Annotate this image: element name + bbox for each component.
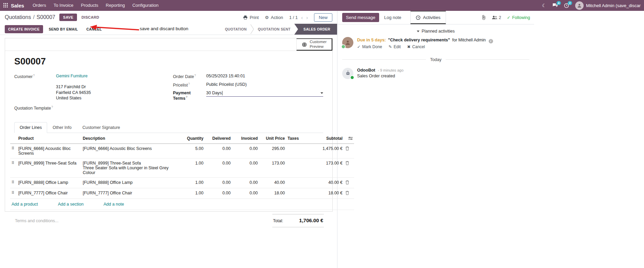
- quantity-cell[interactable]: 1.00: [183, 158, 205, 177]
- delete-line-button[interactable]: [345, 180, 349, 186]
- invoiced-cell[interactable]: 0.00: [232, 188, 259, 198]
- apps-grid-icon[interactable]: [3, 3, 8, 8]
- unit-price-cell[interactable]: 173.00: [259, 158, 286, 177]
- order-line-row[interactable]: ⠿ [FURN_6666] Acoustic Bloc Screens [FUR…: [10, 143, 354, 158]
- pricelist-field[interactable]: Public Pricelist (USD): [206, 82, 247, 87]
- description-cell[interactable]: [FURN_7777] Office Chair: [81, 188, 183, 198]
- product-cell[interactable]: [FURN_8999] Three-Seat Sofa: [17, 158, 81, 177]
- log-note-button[interactable]: Log note: [384, 15, 402, 20]
- menu-orders[interactable]: Orders: [29, 0, 50, 11]
- info-icon[interactable]: i: [489, 39, 493, 43]
- send-message-button[interactable]: Send message: [342, 13, 379, 22]
- send-by-email-button[interactable]: SEND BY EMAIL: [46, 25, 81, 33]
- activities-clock-icon[interactable]: 2: [564, 3, 569, 8]
- product-cell[interactable]: [FURN_8888] Office Lamp: [17, 177, 81, 188]
- optional-columns-icon[interactable]: [348, 136, 353, 141]
- drag-handle-icon[interactable]: ⠿: [10, 177, 17, 188]
- order-line-row[interactable]: ⠿ [FURN_8999] Three-Seat Sofa [FURN_8999…: [10, 158, 354, 177]
- delete-line-button[interactable]: [345, 191, 349, 196]
- menu-to-invoice[interactable]: To Invoice: [50, 0, 77, 11]
- terms-and-conditions-field[interactable]: Terms and conditions...: [15, 214, 59, 227]
- drag-handle-icon[interactable]: ⠿: [10, 188, 17, 198]
- tab-order-lines[interactable]: Order Lines: [14, 122, 47, 133]
- customer-preview-button[interactable]: Customer Preview: [296, 38, 332, 51]
- moon-icon[interactable]: ☾: [542, 3, 546, 8]
- drag-handle-icon[interactable]: ⠿: [10, 158, 17, 177]
- attachments-button[interactable]: [482, 15, 486, 20]
- quantity-cell[interactable]: 5.00: [183, 143, 205, 158]
- discard-button[interactable]: DISCARD: [78, 14, 102, 21]
- invoiced-cell[interactable]: 0.00: [232, 143, 259, 158]
- taxes-cell[interactable]: [286, 158, 311, 177]
- add-product-link[interactable]: Add a product: [12, 202, 38, 207]
- drag-handle-icon[interactable]: ⠿: [10, 143, 17, 158]
- delete-line-button[interactable]: [345, 161, 349, 166]
- followers-button[interactable]: 2: [492, 15, 501, 20]
- payment-terms-field[interactable]: 30 Days: [206, 91, 323, 97]
- invoiced-cell[interactable]: 0.00: [232, 158, 259, 177]
- following-button[interactable]: ✓ Following: [507, 15, 530, 20]
- pager-next-button[interactable]: ›: [306, 15, 308, 20]
- delivered-header[interactable]: Delivered: [205, 133, 232, 144]
- description-cell[interactable]: [FURN_6666] Acoustic Bloc Screens: [81, 143, 183, 158]
- menu-products[interactable]: Products: [77, 0, 102, 11]
- unit-price-cell[interactable]: 18.00: [259, 188, 286, 198]
- delivered-cell[interactable]: 0.00: [205, 177, 232, 188]
- add-section-link[interactable]: Add a section: [58, 202, 84, 207]
- description-cell[interactable]: [FURN_8888] Office Lamp: [81, 177, 183, 188]
- edit-activity-button[interactable]: ✎Edit: [389, 44, 401, 49]
- delivered-cell[interactable]: 0.00: [205, 158, 232, 177]
- subtotal-header[interactable]: Subtotal: [311, 133, 344, 144]
- status-quotation[interactable]: QUOTATION: [221, 24, 250, 35]
- online-status-dot: [350, 75, 354, 80]
- user-menu[interactable]: Mitchell Admin (save_discar: [575, 1, 641, 10]
- menu-configuration[interactable]: Configuration: [129, 0, 162, 11]
- delete-line-button[interactable]: [345, 146, 349, 152]
- pager-previous-button[interactable]: ‹: [301, 15, 303, 20]
- breadcrumb-quotations[interactable]: Quotations: [5, 14, 31, 20]
- quantity-header[interactable]: Quantity: [183, 133, 205, 144]
- taxes-cell[interactable]: [286, 143, 311, 158]
- cancel-activity-button[interactable]: ✖Cancel: [407, 44, 425, 49]
- product-header[interactable]: Product: [17, 133, 81, 144]
- status-sales-order[interactable]: SALES ORDER: [294, 24, 337, 35]
- add-note-link[interactable]: Add a note: [103, 202, 124, 207]
- delivered-cell[interactable]: 0.00: [205, 188, 232, 198]
- description-header[interactable]: Description: [81, 133, 183, 144]
- product-cell[interactable]: [FURN_7777] Office Chair: [17, 188, 81, 198]
- mark-done-button[interactable]: ✓Mark Done: [357, 44, 382, 49]
- messages-icon[interactable]: 4: [552, 3, 558, 8]
- product-cell[interactable]: [FURN_6666] Acoustic Bloc Screens: [17, 143, 81, 158]
- save-button[interactable]: SAVE: [59, 14, 77, 21]
- unit-price-header[interactable]: Unit Price: [259, 133, 286, 144]
- invoiced-header[interactable]: Invoiced: [232, 133, 259, 144]
- new-button[interactable]: New: [314, 13, 332, 22]
- order-date-field[interactable]: 05/25/2023 15:40:01: [206, 74, 245, 78]
- status-quotation-sent[interactable]: QUOTATION SENT: [254, 24, 294, 35]
- invoiced-cell[interactable]: 0.00: [232, 177, 259, 188]
- tab-other-info[interactable]: Other Info: [47, 122, 77, 133]
- taxes-cell[interactable]: [286, 188, 311, 198]
- collapse-caret-icon: [417, 31, 419, 32]
- taxes-header[interactable]: Taxes: [286, 133, 311, 144]
- quantity-cell[interactable]: 1.00: [183, 188, 205, 198]
- message-author[interactable]: OdooBot: [357, 68, 375, 73]
- create-invoice-button[interactable]: CREATE INVOICE: [5, 25, 43, 33]
- taxes-cell[interactable]: [286, 177, 311, 188]
- unit-price-cell[interactable]: 40.00: [259, 177, 286, 188]
- print-button[interactable]: Print: [243, 15, 259, 20]
- order-line-row[interactable]: ⠿ [FURN_7777] Office Chair [FURN_7777] O…: [10, 188, 354, 198]
- unit-price-cell[interactable]: 295.00: [259, 143, 286, 158]
- customer-link[interactable]: Gemini Furniture: [56, 74, 87, 78]
- dropdown-caret-icon[interactable]: [320, 92, 323, 94]
- tab-customer-signature[interactable]: Customer Signature: [77, 122, 125, 133]
- order-line-row[interactable]: ⠿ [FURN_8888] Office Lamp [FURN_8888] Of…: [10, 177, 354, 188]
- quantity-cell[interactable]: 1.00: [183, 177, 205, 188]
- description-cell[interactable]: [FURN_8999] Three-Seat SofaThree Seater …: [81, 158, 183, 177]
- action-button[interactable]: ⚙ Action: [265, 15, 283, 20]
- activities-tab[interactable]: Activities: [410, 11, 446, 24]
- delivered-cell[interactable]: 0.00: [205, 143, 232, 158]
- app-name[interactable]: Sales: [11, 3, 24, 8]
- planned-activities-header[interactable]: Planned activities: [337, 29, 534, 34]
- menu-reporting[interactable]: Reporting: [102, 0, 129, 11]
